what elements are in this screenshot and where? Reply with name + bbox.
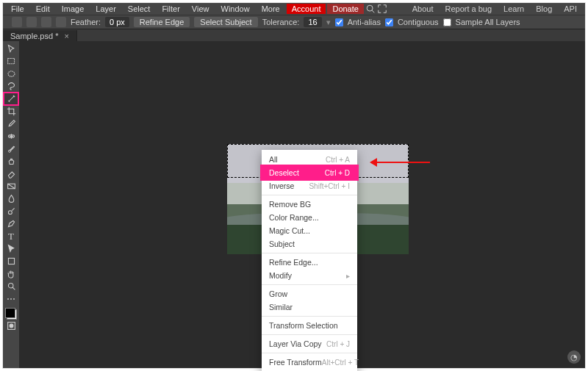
context-menu-item-inverse[interactable]: InverseShift+Ctrl + I bbox=[262, 179, 357, 192]
submenu-chevron-icon: ▸ bbox=[346, 272, 350, 280]
context-menu-separator bbox=[262, 316, 357, 317]
tolerance-label: Tolerance: bbox=[262, 18, 300, 26]
context-menu-item-layer-via-copy[interactable]: Layer Via CopyCtrl + J bbox=[262, 337, 357, 350]
menu-image[interactable]: Image bbox=[57, 4, 90, 14]
context-menu-item-modify[interactable]: Modify▸ bbox=[262, 269, 357, 282]
context-menu-item-remove-bg[interactable]: Remove BG bbox=[262, 198, 357, 211]
quick-mask-icon[interactable] bbox=[4, 320, 18, 332]
tool-crop[interactable] bbox=[4, 105, 18, 118]
tool-gradient[interactable] bbox=[4, 180, 18, 192]
tool-clone[interactable] bbox=[4, 155, 18, 168]
context-menu-item-subject[interactable]: Subject bbox=[262, 237, 357, 251]
options-bar: Feather: 0 px Refine Edge Select Subject… bbox=[3, 15, 585, 29]
selection-mode-add[interactable] bbox=[26, 17, 37, 27]
link-api[interactable]: API bbox=[559, 4, 582, 14]
svg-point-6 bbox=[8, 211, 12, 215]
menu-edit[interactable]: Edit bbox=[31, 4, 55, 14]
menu-account[interactable]: Account bbox=[287, 4, 326, 14]
tool-type[interactable]: T bbox=[4, 230, 18, 242]
tool-hand[interactable] bbox=[4, 267, 18, 280]
context-menu-separator bbox=[262, 284, 357, 285]
tool-zoom[interactable] bbox=[4, 280, 18, 292]
tool-dodge[interactable] bbox=[4, 205, 18, 217]
tool-bar: T ⋯ bbox=[3, 41, 19, 368]
tool-ellipse-select[interactable] bbox=[4, 68, 18, 80]
tool-more[interactable]: ⋯ bbox=[4, 292, 18, 305]
context-menu-item-shortcut: Shift+Ctrl + I bbox=[309, 182, 350, 190]
link-report-bug[interactable]: Report a bug bbox=[440, 4, 497, 14]
context-menu-item-label: Inverse bbox=[269, 181, 294, 190]
anti-alias-label: Anti-alias bbox=[348, 18, 381, 26]
context-menu-item-label: Layer Via Copy bbox=[269, 339, 322, 348]
tool-pen[interactable] bbox=[4, 217, 18, 230]
storage-indicator-icon[interactable]: ◔ bbox=[567, 350, 581, 364]
canvas-area[interactable]: AllCtrl + ADeselectCtrl + DInverseShift+… bbox=[19, 41, 585, 368]
context-menu-item-label: Color Range... bbox=[269, 213, 319, 222]
anti-alias-checkbox[interactable] bbox=[335, 18, 343, 26]
color-swatch[interactable] bbox=[5, 308, 17, 320]
fullscreen-icon[interactable] bbox=[377, 4, 387, 14]
context-menu-item-label: Grow bbox=[269, 289, 287, 298]
close-tab-icon[interactable]: × bbox=[64, 32, 68, 40]
svg-rect-2 bbox=[7, 58, 14, 63]
menu-filter[interactable]: Filter bbox=[157, 4, 184, 14]
context-menu-item-color-range-[interactable]: Color Range... bbox=[262, 211, 357, 224]
tolerance-input[interactable]: 16 bbox=[304, 17, 321, 27]
menu-layer[interactable]: Layer bbox=[90, 4, 121, 14]
svg-point-0 bbox=[367, 5, 373, 11]
context-menu-separator bbox=[262, 353, 357, 353]
svg-point-3 bbox=[8, 71, 15, 76]
tool-lasso[interactable] bbox=[4, 80, 18, 93]
sample-all-checkbox[interactable] bbox=[443, 18, 451, 26]
context-menu-item-grow[interactable]: Grow bbox=[262, 287, 357, 300]
menu-donate[interactable]: Donate bbox=[327, 4, 363, 14]
menu-more[interactable]: More bbox=[257, 4, 285, 14]
context-menu-item-similar[interactable]: Similar bbox=[262, 300, 357, 314]
contiguous-checkbox[interactable] bbox=[385, 18, 393, 26]
tool-healing[interactable] bbox=[4, 130, 18, 143]
context-menu-item-all[interactable]: AllCtrl + A bbox=[262, 153, 357, 166]
menu-select[interactable]: Select bbox=[123, 4, 156, 14]
selection-mode-subtract[interactable] bbox=[41, 17, 51, 27]
context-menu: AllCtrl + ADeselectCtrl + DInverseShift+… bbox=[262, 150, 357, 371]
select-subject-button[interactable]: Select Subject bbox=[194, 17, 257, 27]
context-menu-item-label: Refine Edge... bbox=[269, 258, 318, 267]
tool-eyedropper[interactable] bbox=[4, 118, 18, 130]
context-menu-item-label: Transform Selection bbox=[269, 321, 338, 330]
tool-shape[interactable] bbox=[4, 255, 18, 267]
link-blog[interactable]: Blog bbox=[531, 4, 557, 14]
context-menu-item-magic-cut-[interactable]: Magic Cut... bbox=[262, 224, 357, 237]
context-menu-item-label: Free Transform bbox=[269, 358, 322, 367]
context-menu-item-label: Similar bbox=[269, 303, 293, 311]
context-menu-item-shortcut: Ctrl + D bbox=[325, 169, 350, 177]
search-icon[interactable] bbox=[365, 4, 376, 14]
document-tab-label: Sample.psd * bbox=[10, 32, 58, 40]
contiguous-label: Contiguous bbox=[398, 18, 439, 26]
context-menu-item-transform-selection[interactable]: Transform Selection bbox=[262, 319, 357, 332]
tool-move[interactable] bbox=[4, 43, 18, 55]
tool-rect-select[interactable] bbox=[4, 55, 18, 68]
tool-brush[interactable] bbox=[4, 143, 18, 155]
link-learn[interactable]: Learn bbox=[498, 4, 529, 14]
link-about[interactable]: About bbox=[407, 4, 439, 14]
context-menu-separator bbox=[262, 334, 357, 335]
tool-blur[interactable] bbox=[4, 192, 18, 205]
context-menu-item-deselect[interactable]: DeselectCtrl + D bbox=[262, 166, 357, 179]
document-tab[interactable]: Sample.psd * × bbox=[3, 30, 77, 42]
tool-magic-wand[interactable] bbox=[4, 93, 18, 105]
menu-window[interactable]: Window bbox=[216, 4, 255, 14]
tool-eraser[interactable] bbox=[4, 168, 18, 180]
context-menu-item-label: All bbox=[269, 155, 278, 164]
tool-path-select[interactable] bbox=[4, 242, 18, 255]
context-menu-item-free-transform[interactable]: Free TransformAlt+Ctrl + T bbox=[262, 356, 357, 369]
context-menu-item-refine-edge-[interactable]: Refine Edge... bbox=[262, 256, 357, 269]
context-menu-item-label: Remove BG bbox=[269, 200, 311, 209]
feather-input[interactable]: 0 px bbox=[105, 17, 129, 27]
refine-edge-button[interactable]: Refine Edge bbox=[134, 17, 190, 27]
menu-file[interactable]: File bbox=[6, 4, 29, 14]
selection-mode-new[interactable] bbox=[12, 17, 22, 27]
menu-view[interactable]: View bbox=[187, 4, 215, 14]
context-menu-item-label: Modify bbox=[269, 271, 292, 280]
context-menu-separator bbox=[262, 195, 357, 195]
selection-mode-intersect[interactable] bbox=[56, 17, 66, 27]
